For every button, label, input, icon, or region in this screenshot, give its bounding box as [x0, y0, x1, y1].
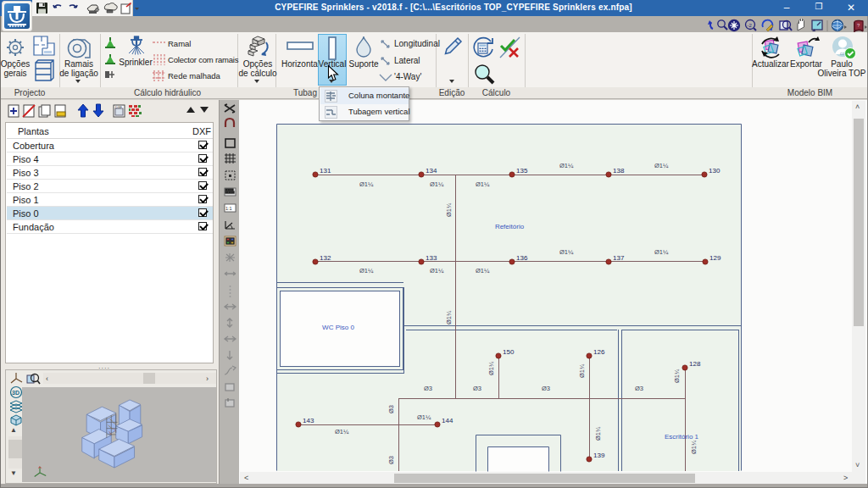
svg-text:Ø1¼: Ø1¼	[430, 180, 444, 188]
svg-text:128: 128	[689, 360, 701, 368]
svg-text:Ø1¼: Ø1¼	[559, 248, 574, 256]
svg-text:3D: 3D	[12, 390, 19, 396]
svg-text:Ø1¼: Ø1¼	[578, 363, 586, 378]
svg-text:Ø3: Ø3	[387, 405, 395, 413]
svg-text:133: 133	[426, 254, 437, 262]
svg-text:150: 150	[503, 348, 515, 356]
svg-text:134: 134	[426, 167, 437, 175]
svg-text:Ø1¼: Ø1¼	[417, 413, 431, 421]
svg-text:131: 131	[320, 167, 331, 175]
svg-text:Ø1¼: Ø1¼	[445, 202, 453, 217]
svg-text:139: 139	[593, 452, 605, 459]
svg-text:DXF: DXF	[115, 105, 123, 109]
svg-text:Ø1¼: Ø1¼	[445, 310, 453, 324]
svg-text:144: 144	[442, 417, 453, 424]
svg-text:Ø1¼: Ø1¼	[430, 267, 444, 274]
svg-text:Ø3: Ø3	[473, 385, 481, 392]
svg-text:Ø1¼: Ø1¼	[487, 361, 495, 375]
svg-text:138: 138	[613, 167, 625, 175]
svg-text:Ø1¼: Ø1¼	[359, 267, 374, 274]
svg-text:Ø3: Ø3	[635, 385, 643, 392]
svg-text:Refeitório: Refeitório	[495, 223, 525, 230]
svg-text:Ø1¼: Ø1¼	[654, 162, 669, 169]
svg-text:132: 132	[320, 254, 331, 262]
svg-text:Ø1¼: Ø1¼	[476, 267, 490, 274]
svg-text:1:1: 1:1	[225, 206, 232, 211]
svg-text:Ø3: Ø3	[424, 385, 432, 392]
svg-text:Ø1¼: Ø1¼	[359, 180, 374, 188]
svg-text:Ø3: Ø3	[542, 385, 550, 392]
svg-text:co: co	[840, 51, 845, 56]
svg-text:Ø1¼: Ø1¼	[690, 440, 698, 454]
svg-text:Ø1¼: Ø1¼	[654, 248, 669, 256]
svg-text:Ø1¼: Ø1¼	[335, 428, 349, 435]
svg-text:-2: -2	[748, 23, 753, 28]
svg-text:137: 137	[613, 254, 625, 262]
svg-text:130: 130	[709, 167, 721, 175]
svg-text:Ø1¼: Ø1¼	[476, 180, 490, 188]
svg-text:129: 129	[709, 254, 721, 262]
svg-text:136: 136	[516, 254, 528, 262]
svg-text:126: 126	[593, 348, 605, 356]
svg-text:Ø1¼: Ø1¼	[673, 369, 681, 383]
svg-text:143: 143	[303, 417, 314, 424]
svg-text:Ø3: Ø3	[387, 456, 395, 464]
svg-text:WC Piso 0: WC Piso 0	[322, 324, 354, 331]
svg-text:Ø1¼: Ø1¼	[559, 162, 574, 169]
svg-text:Ø1¼: Ø1¼	[594, 426, 602, 441]
svg-text:Escritório 1: Escritório 1	[665, 433, 699, 441]
svg-text:135: 135	[516, 167, 528, 175]
